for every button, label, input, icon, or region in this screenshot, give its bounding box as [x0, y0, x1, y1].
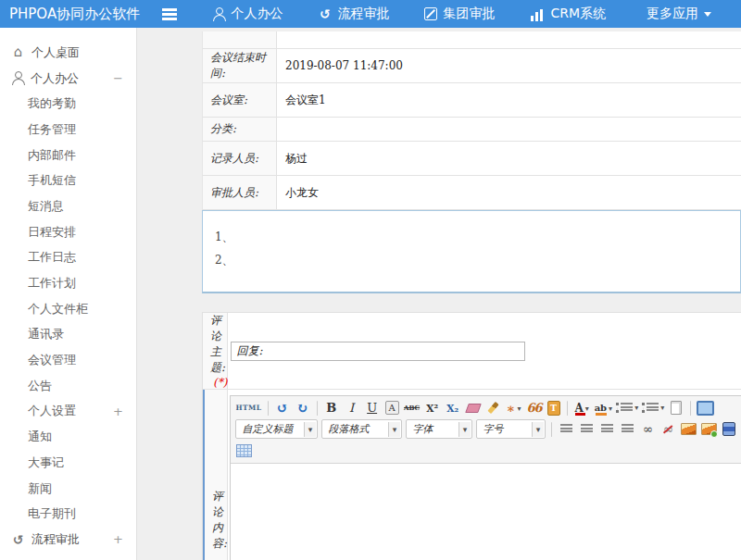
sidebar-item-schedule[interactable]: 日程安排: [0, 219, 136, 245]
image-icon[interactable]: [679, 420, 697, 439]
sidebar-item-label: 内部邮件: [28, 147, 76, 164]
comment-content-label: 评论内容:: [203, 390, 228, 560]
nav-workflow-approval[interactable]: 流程审批: [318, 6, 395, 22]
expand-toggle[interactable]: −: [113, 71, 123, 85]
editor-content-area[interactable]: [231, 464, 741, 560]
edit-icon: [424, 7, 437, 20]
expand-toggle[interactable]: +: [113, 404, 123, 418]
sidebar-item-my-attendance[interactable]: 我的考勤: [0, 91, 136, 117]
justify-icon[interactable]: [618, 420, 636, 439]
comment-subject-label: 评论主题:(*): [203, 313, 228, 390]
italic-icon[interactable]: I: [343, 399, 361, 417]
paste-text-icon[interactable]: T: [547, 401, 560, 416]
heading-select[interactable]: 自定义标题: [235, 419, 318, 439]
sidebar-item-workflow-approval[interactable]: 流程审批 +: [0, 527, 136, 553]
align-left-icon[interactable]: [557, 420, 575, 439]
table-icon[interactable]: [234, 442, 253, 460]
toolbar-row-3: [233, 440, 739, 461]
superscript-icon[interactable]: X²: [423, 399, 442, 417]
sidebar-item-memorabilia[interactable]: 大事记: [0, 450, 136, 476]
nav-personal-office[interactable]: 个人办公: [212, 6, 288, 22]
sidebar-item-announcement[interactable]: 公告: [0, 373, 136, 399]
nav-item-label: 更多应用: [647, 6, 698, 22]
toolbar-divider: [268, 401, 269, 416]
nav-more-apps[interactable]: 更多应用: [641, 6, 711, 22]
bold-icon[interactable]: B: [322, 399, 341, 417]
font-color-icon[interactable]: A: [572, 399, 591, 417]
top-nav: 个人办公 流程审批 集团审批 CRM系统: [212, 6, 741, 22]
field-label: 会议室:: [203, 83, 277, 118]
sidebar-item-label: 电子期刊: [28, 505, 76, 522]
table-row: 审批人员: 小龙女: [203, 176, 741, 210]
highlight-color-icon[interactable]: ab: [593, 399, 614, 417]
unordered-list-icon[interactable]: [641, 399, 665, 417]
align-right-icon[interactable]: [597, 420, 616, 439]
workflow-icon: [318, 6, 332, 21]
sidebar-item-label: 个人桌面: [31, 44, 80, 61]
sidebar-item-e-journal[interactable]: 电子期刊: [0, 501, 136, 527]
meeting-info-table: 会议结束时间: 2019-08-07 11:47:00 会议室: 会议室1 分类…: [202, 31, 741, 210]
field-label: 会议结束时间:: [203, 49, 277, 83]
clean-brush-icon[interactable]: [484, 399, 503, 417]
autoformat-icon[interactable]: ∗: [505, 399, 523, 417]
eraser-icon[interactable]: [464, 399, 483, 417]
fullscreen-icon[interactable]: [696, 399, 715, 417]
unlink-icon[interactable]: ∞: [659, 420, 677, 439]
sidebar-item-news[interactable]: 新闻: [0, 476, 136, 502]
app-title: PHPOA协同办公软件: [0, 6, 153, 23]
comment-subject-input[interactable]: [231, 342, 525, 361]
sidebar-item-task-management[interactable]: 任务管理: [0, 117, 136, 143]
underline-icon[interactable]: U: [363, 399, 382, 417]
align-center-icon[interactable]: [577, 420, 596, 439]
sidebar-item-work-plan[interactable]: 工作计划: [0, 270, 136, 296]
expand-toggle[interactable]: +: [113, 532, 123, 546]
link-icon[interactable]: ∞: [638, 420, 657, 439]
nav-group-approval[interactable]: 集团审批: [424, 6, 500, 22]
table-row: 分类:: [203, 118, 741, 142]
sidebar-item-contacts[interactable]: 通讯录: [0, 322, 136, 348]
undo-icon[interactable]: ↺: [273, 399, 292, 417]
font-box-icon[interactable]: A: [385, 401, 399, 415]
workflow-icon: [11, 532, 25, 547]
strikethrough-icon[interactable]: ABC: [403, 399, 421, 417]
nav-crm-system[interactable]: CRM系统: [530, 6, 611, 22]
ordered-list-icon[interactable]: [615, 399, 639, 417]
comment-content-row: 评论内容: HTML↺↻BIUAABCX²X₂∗66TAab 自定义标题段落格式…: [203, 390, 741, 560]
network-image-icon[interactable]: [699, 420, 718, 439]
media-icon[interactable]: [720, 420, 738, 439]
sidebar-item-label: 工作计划: [28, 275, 76, 292]
sidebar-item-label: 流程审批: [31, 531, 80, 548]
sidebar-item-personal-desktop[interactable]: 个人桌面: [0, 40, 136, 66]
paragraph-select[interactable]: 段落格式: [321, 419, 402, 439]
font-family-select[interactable]: 字体: [406, 419, 472, 439]
redo-icon[interactable]: ↻: [294, 399, 312, 417]
sidebar-item-label: 短消息: [28, 198, 64, 215]
nav-item-label: 集团审批: [443, 6, 495, 22]
sidebar-item-label: 个人办公: [31, 70, 79, 87]
sidebar-item-meeting-management[interactable]: 会议管理: [0, 347, 136, 373]
field-label: 记录人员:: [203, 142, 277, 176]
sidebar-item-notification[interactable]: 通知: [0, 424, 136, 450]
toolbar-divider: [551, 422, 552, 437]
sidebar-item-internal-mail[interactable]: 内部邮件: [0, 143, 136, 168]
meeting-notes-box[interactable]: 1、 2、: [202, 210, 741, 293]
top-header: PHPOA协同办公软件 个人办公 流程审批 集团审批: [0, 0, 741, 28]
sidebar-item-short-message[interactable]: 短消息: [0, 193, 136, 219]
html-source-button[interactable]: HTML: [234, 399, 262, 417]
comment-form: 评论主题:(*) 评论内容: HTML↺↻BIUAABCX²X₂∗66TAab: [202, 312, 741, 560]
font-size-select[interactable]: 字号: [476, 419, 546, 439]
sidebar-item-personal-settings[interactable]: 个人设置 +: [0, 399, 136, 425]
note-line: 2、: [215, 249, 740, 272]
section-gap: [202, 293, 741, 312]
caret-down-icon: [704, 12, 711, 20]
subscript-icon[interactable]: X₂: [444, 399, 462, 417]
new-page-icon[interactable]: [667, 399, 685, 417]
menu-toggle-button[interactable]: [153, 8, 187, 20]
sidebar-item-mobile-sms[interactable]: 手机短信: [0, 168, 136, 193]
sidebar-item-work-log[interactable]: 工作日志: [0, 245, 136, 271]
field-value: 杨过: [277, 142, 741, 176]
blockquote-icon[interactable]: 66: [525, 399, 544, 417]
sidebar-item-personal-office[interactable]: 个人办公 −: [0, 66, 136, 92]
toolbar-divider: [317, 401, 318, 416]
sidebar-item-personal-file-cabinet[interactable]: 个人文件柜: [0, 296, 136, 322]
